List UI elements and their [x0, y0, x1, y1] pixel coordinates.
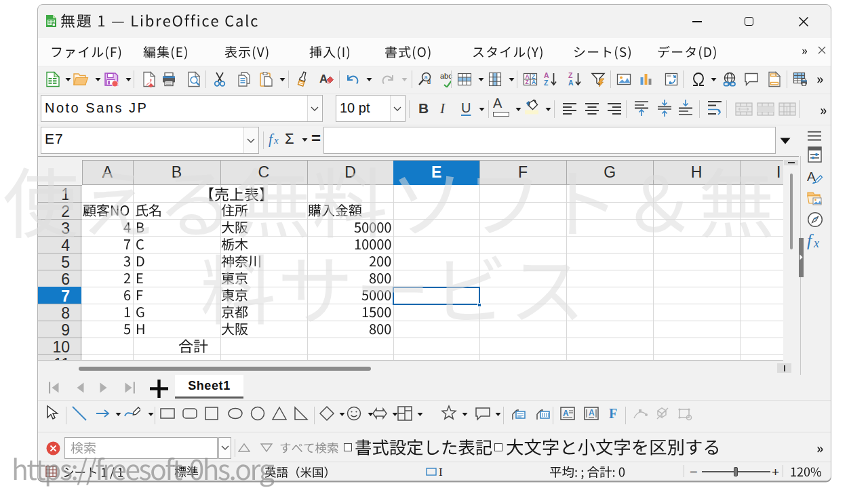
svg-text:A: A: [807, 169, 816, 184]
svg-text:Z: Z: [544, 79, 549, 87]
svg-text:Z: Z: [526, 79, 529, 85]
svg-text:A: A: [563, 409, 569, 418]
svg-text:F: F: [609, 406, 617, 421]
svg-text:d: d: [427, 79, 431, 85]
svg-text:A: A: [532, 79, 536, 85]
svg-text:A: A: [568, 79, 574, 87]
svg-text:A: A: [589, 408, 595, 418]
svg-text:A: A: [319, 73, 328, 85]
